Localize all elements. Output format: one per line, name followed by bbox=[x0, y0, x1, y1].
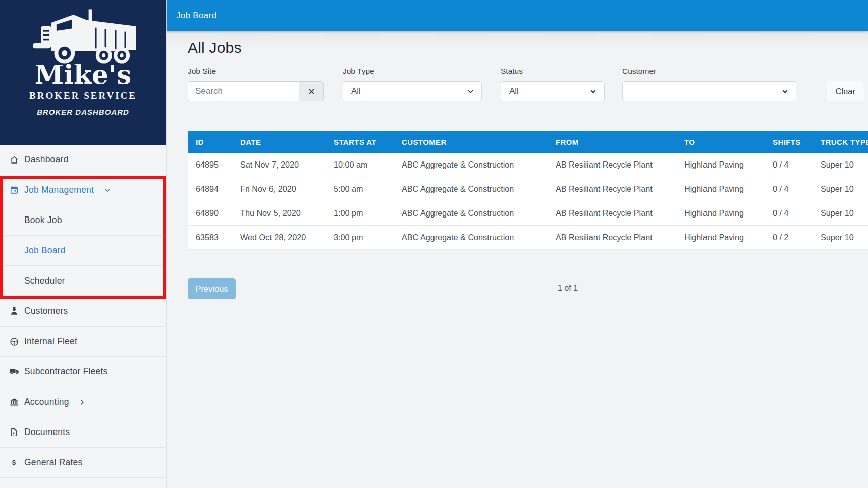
job-type-label: Job Type bbox=[343, 67, 482, 76]
cell: 64894 bbox=[188, 184, 232, 194]
job-site-label: Job Site bbox=[188, 67, 324, 76]
customer-select[interactable] bbox=[622, 81, 796, 101]
table-row[interactable]: 64895Sat Nov 7, 202010:00 amABC Aggregat… bbox=[188, 153, 868, 177]
job-site-search-input[interactable] bbox=[188, 81, 299, 101]
clear-filters-button[interactable]: Clear bbox=[827, 81, 864, 101]
chevron-down-icon bbox=[103, 186, 112, 195]
company-logo: Mike's BROKER SERVICE BROKER DASHBOARD bbox=[0, 0, 166, 145]
sidebar-item-customers[interactable]: Customers bbox=[0, 296, 166, 327]
customer-filter: Customer bbox=[622, 67, 796, 101]
cell: 64895 bbox=[188, 160, 232, 170]
table-row[interactable]: 64894Fri Nov 6, 20205:00 amABC Aggregate… bbox=[188, 177, 868, 201]
document-icon bbox=[9, 427, 24, 437]
cell: Super 10 bbox=[812, 160, 868, 170]
cell: ABC Aggregate & Construction bbox=[394, 184, 548, 194]
cell: Thu Nov 5, 2020 bbox=[232, 208, 326, 218]
cell: 63583 bbox=[188, 233, 232, 242]
sidebar-item-accounting[interactable]: Accounting bbox=[0, 387, 166, 417]
pagination: Previous 1 of 1 bbox=[188, 278, 864, 300]
cell: Super 10 bbox=[812, 184, 868, 194]
sidebar: Mike's BROKER SERVICE BROKER DASHBOARD D… bbox=[0, 0, 167, 488]
column-header-shifts: SHIFTS bbox=[765, 138, 812, 146]
cell: 0 / 4 bbox=[765, 184, 812, 194]
filters-bar: Job Site Job Type All Status All bbox=[188, 67, 864, 101]
cell: Super 10 bbox=[812, 233, 868, 242]
column-header-date: DATE bbox=[232, 138, 326, 146]
bank-icon bbox=[9, 397, 24, 407]
sidebar-nav: DashboardJob ManagementBook JobJob Board… bbox=[0, 145, 166, 478]
chevron-right-icon bbox=[78, 398, 86, 406]
job-type-filter: Job Type All bbox=[343, 67, 482, 101]
cell: AB Resiliant Recycle Plant bbox=[548, 160, 676, 170]
sidebar-item-dashboard[interactable]: Dashboard bbox=[0, 145, 166, 175]
home-icon bbox=[9, 155, 24, 165]
sidebar-item-documents[interactable]: Documents bbox=[0, 417, 166, 448]
cell: 0 / 4 bbox=[765, 208, 812, 218]
customer-label: Customer bbox=[622, 67, 796, 76]
brand-name: Mike's bbox=[35, 62, 132, 88]
job-type-select[interactable]: All bbox=[343, 81, 482, 101]
sidebar-item-label: Book Job bbox=[24, 215, 62, 226]
calendar-icon bbox=[9, 185, 24, 195]
cell: Highland Paving bbox=[676, 208, 765, 218]
jobs-table-container: IDDATESTARTS ATCUSTOMERFROMTOSHIFTSTRUCK… bbox=[188, 131, 868, 250]
cell: ABC Aggregate & Construction bbox=[394, 233, 548, 242]
chevron-down-icon bbox=[781, 87, 789, 96]
table-row[interactable]: 63583Wed Oct 28, 20203:00 pmABC Aggregat… bbox=[188, 226, 868, 250]
sidebar-item-job-board[interactable]: Job Board bbox=[0, 236, 166, 266]
status-filter: Status All bbox=[501, 67, 605, 101]
cell: 64890 bbox=[188, 208, 232, 218]
column-header-truck-type: TRUCK TYPE bbox=[812, 138, 868, 146]
sidebar-item-label: Documents bbox=[24, 427, 70, 438]
cell: 5:00 am bbox=[326, 184, 394, 194]
sidebar-item-label: Customers bbox=[24, 306, 68, 316]
previous-page-button[interactable]: Previous bbox=[188, 278, 236, 299]
sidebar-item-internal-fleet[interactable]: Internal Fleet bbox=[0, 327, 166, 357]
status-label: Status bbox=[501, 67, 605, 76]
column-header-starts-at: STARTS AT bbox=[326, 138, 394, 146]
sidebar-item-scheduler[interactable]: Scheduler bbox=[0, 266, 166, 296]
column-header-from: FROM bbox=[548, 138, 676, 146]
table-row[interactable]: 64890Thu Nov 5, 20201:00 pmABC Aggregate… bbox=[188, 201, 868, 226]
cell: AB Resiliant Recycle Plant bbox=[548, 184, 676, 194]
sidebar-item-subcontractor-fleets[interactable]: Subcontractor Fleets bbox=[0, 357, 166, 387]
sidebar-item-label: Internal Fleet bbox=[24, 336, 77, 347]
cell: 1:00 pm bbox=[326, 208, 394, 218]
status-value: All bbox=[509, 86, 519, 96]
sidebar-item-label: Accounting bbox=[24, 397, 69, 407]
sidebar-item-label: Job Board bbox=[24, 245, 66, 256]
truck-icon bbox=[9, 366, 24, 377]
sidebar-item-label: Subcontractor Fleets bbox=[24, 366, 107, 377]
steering-wheel-icon bbox=[9, 337, 24, 347]
cell: ABC Aggregate & Construction bbox=[394, 160, 548, 170]
chevron-down-icon bbox=[466, 87, 475, 96]
status-select[interactable]: All bbox=[501, 81, 605, 101]
sidebar-item-job-management[interactable]: Job Management bbox=[0, 175, 166, 205]
cell: AB Resiliant Recycle Plant bbox=[548, 208, 676, 218]
search-clear-button[interactable] bbox=[299, 81, 324, 101]
cell: Highland Paving bbox=[676, 233, 765, 242]
sidebar-item-label: Job Management bbox=[24, 185, 94, 195]
cell: Super 10 bbox=[812, 208, 868, 218]
cell: 10:00 am bbox=[326, 160, 394, 170]
cell: Fri Nov 6, 2020 bbox=[232, 184, 326, 194]
sidebar-item-book-job[interactable]: Book Job bbox=[0, 205, 166, 236]
column-header-customer: CUSTOMER bbox=[394, 138, 548, 146]
person-icon bbox=[9, 306, 24, 316]
sidebar-item-label: Dashboard bbox=[24, 154, 68, 165]
table-header-row: IDDATESTARTS ATCUSTOMERFROMTOSHIFTSTRUCK… bbox=[188, 131, 868, 153]
sidebar-item-label: General Rates bbox=[24, 457, 82, 468]
topbar-title: Job Board bbox=[176, 11, 216, 21]
cell: 3:00 pm bbox=[326, 233, 394, 242]
brand-subtitle: BROKER SERVICE bbox=[29, 90, 137, 101]
brand-tagline: BROKER DASHBOARD bbox=[37, 107, 129, 116]
sidebar-item-label: Scheduler bbox=[24, 276, 65, 286]
job-site-filter: Job Site bbox=[188, 67, 324, 101]
column-header-to: TO bbox=[676, 138, 765, 146]
cell: AB Resiliant Recycle Plant bbox=[548, 233, 676, 242]
main-content: All Jobs Job Site Job Type All bbox=[167, 31, 868, 488]
page-title: All Jobs bbox=[188, 39, 868, 57]
sidebar-item-general-rates[interactable]: $General Rates bbox=[0, 448, 166, 478]
dollar-icon: $ bbox=[9, 458, 24, 467]
page-indicator: 1 of 1 bbox=[558, 284, 578, 293]
